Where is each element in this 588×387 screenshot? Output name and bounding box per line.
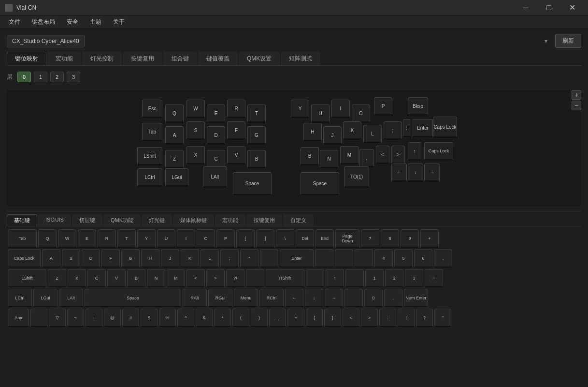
bottom-key-2-16[interactable] <box>355 249 373 268</box>
key-tab[interactable]: Tab <box>142 123 162 141</box>
keyboard-dropdown[interactable]: CX_Studio Cyber_Alice40 <box>7 35 85 47</box>
minimize-button[interactable]: ─ <box>515 0 537 15</box>
key-w-top[interactable]: W <box>186 100 205 118</box>
bottom-key-4-9[interactable]: ↓ <box>305 289 323 307</box>
refresh-button[interactable]: 刷新 <box>555 34 581 48</box>
bottom-key-5-8[interactable]: % <box>159 309 176 327</box>
key-s[interactable]: S <box>186 121 205 140</box>
menu-item-安全[interactable]: 安全 <box>62 16 83 28</box>
key-b-left[interactable]: B <box>247 150 266 168</box>
key-d[interactable]: D <box>207 126 225 145</box>
bottom-key-3-10[interactable]: ?/ <box>226 269 244 287</box>
bottom-key-2-5[interactable]: G <box>121 249 140 268</box>
zoom-in-button[interactable]: + <box>572 90 581 100</box>
bottom-key-5-7[interactable]: $ <box>141 309 158 327</box>
bottom-key-2-12[interactable] <box>260 249 278 268</box>
bottom-key-1-11[interactable]: [ <box>236 229 255 248</box>
bottom-key-4-14[interactable]: Num Enter <box>404 289 428 307</box>
bottom-key-5-12[interactable]: ( <box>232 309 249 327</box>
bottom-tab-8[interactable]: 自定义 <box>283 214 314 226</box>
bottom-key-3-3[interactable]: C <box>87 269 106 287</box>
bottom-key-4-13[interactable]: . <box>384 289 402 307</box>
bottom-key-4-8[interactable]: ← <box>285 289 303 307</box>
bottom-key-5-0[interactable]: Any <box>8 309 29 327</box>
key-h[interactable]: H <box>303 123 322 141</box>
zoom-out-button[interactable]: − <box>572 101 581 110</box>
bottom-key-1-13[interactable]: \ <box>276 229 294 248</box>
bottom-key-1-16[interactable]: Page Down <box>335 229 359 248</box>
menu-item-主题[interactable]: 主题 <box>85 16 106 28</box>
bottom-key-5-22[interactable]: ? <box>416 309 433 327</box>
key-a[interactable]: A <box>165 126 184 145</box>
bottom-key-4-11[interactable] <box>344 289 363 307</box>
key-q-top[interactable]: Q <box>165 104 184 123</box>
bottom-key-2-4[interactable]: F <box>101 249 120 268</box>
bottom-key-2-3[interactable]: D <box>82 249 100 268</box>
bottom-key-3-16[interactable]: 1 <box>365 269 384 287</box>
layer-btn-2[interactable]: 2 <box>50 72 64 82</box>
key-n[interactable]: N <box>320 150 338 168</box>
key-b-right[interactable]: B <box>301 147 319 165</box>
key-f[interactable]: F <box>227 121 245 140</box>
bottom-key-5-19[interactable]: > <box>361 309 378 327</box>
bottom-key-2-0[interactable]: Caps Lock <box>8 249 41 268</box>
bottom-key-3-6[interactable]: N <box>147 269 165 287</box>
bottom-key-1-5[interactable]: T <box>117 229 136 248</box>
key-m[interactable]: M <box>340 146 359 164</box>
bottom-key-5-11[interactable]: * <box>214 309 231 327</box>
bottom-key-2-7[interactable]: J <box>161 249 179 268</box>
bottom-key-3-14[interactable]: ↑ <box>326 269 344 287</box>
key-e[interactable]: E <box>207 104 225 123</box>
key-p[interactable]: P <box>374 97 392 116</box>
maximize-button[interactable]: □ <box>538 0 560 15</box>
main-tab-6[interactable]: QMK设置 <box>239 52 280 65</box>
bottom-key-2-15[interactable] <box>335 249 353 268</box>
main-tab-7[interactable]: 矩阵测式 <box>281 52 320 65</box>
key-right[interactable]: → <box>424 164 440 182</box>
bottom-key-5-5[interactable]: @ <box>104 309 121 327</box>
bottom-key-5-3[interactable]: ~ <box>67 309 84 327</box>
key-v[interactable]: V <box>227 146 245 164</box>
main-tab-1[interactable]: 宏功能 <box>47 52 81 65</box>
key-enter[interactable]: Enter <box>413 119 433 137</box>
key-semi[interactable]: ; <box>384 121 402 140</box>
main-tab-2[interactable]: 灯光控制 <box>82 52 122 65</box>
bottom-key-1-10[interactable]: P <box>216 229 235 248</box>
main-tab-4[interactable]: 组合键 <box>163 52 197 65</box>
key-caps-lock-r[interactable]: Caps Lock <box>424 142 453 161</box>
key-up[interactable]: ↑ <box>408 142 421 161</box>
bottom-key-4-10[interactable]: → <box>325 289 343 307</box>
menu-item-键盘布局[interactable]: 键盘布局 <box>27 16 60 28</box>
key-c[interactable]: C <box>207 150 225 168</box>
bottom-tab-0[interactable]: 基础键 <box>7 214 37 226</box>
key-down[interactable]: ↓ <box>408 164 423 182</box>
bottom-key-5-15[interactable]: + <box>287 309 304 327</box>
bottom-key-3-19[interactable]: = <box>425 269 443 287</box>
bottom-key-1-2[interactable]: W <box>58 229 76 248</box>
menu-item-关于[interactable]: 关于 <box>108 16 129 28</box>
bottom-key-2-1[interactable]: A <box>42 249 60 268</box>
bottom-key-3-18[interactable]: 3 <box>405 269 423 287</box>
layer-btn-1[interactable]: 1 <box>34 72 47 82</box>
bottom-key-3-1[interactable]: Z <box>48 269 66 287</box>
key-y[interactable]: Y <box>291 100 309 118</box>
bottom-key-1-17[interactable]: 7 <box>361 229 379 248</box>
bottom-key-4-1[interactable]: LGui <box>33 289 57 307</box>
bottom-key-2-19[interactable]: 6 <box>414 249 432 268</box>
bottom-key-3-2[interactable]: X <box>68 269 86 287</box>
bottom-key-2-11[interactable]: " <box>240 249 258 268</box>
bottom-key-1-9[interactable]: O <box>197 229 215 248</box>
bottom-key-3-0[interactable]: LShift <box>8 269 46 287</box>
bottom-key-2-2[interactable]: S <box>62 249 80 268</box>
bottom-key-5-1[interactable] <box>30 309 47 327</box>
key-space-right[interactable]: Space <box>301 172 339 195</box>
bottom-tab-3[interactable]: QMK功能 <box>103 214 141 226</box>
bottom-key-4-2[interactable]: LAlt <box>59 289 83 307</box>
bottom-key-5-9[interactable]: ^ <box>177 309 194 327</box>
bottom-key-4-4[interactable]: RAlt <box>183 289 207 307</box>
bottom-key-3-11[interactable] <box>246 269 264 287</box>
close-button[interactable]: ✕ <box>561 0 583 15</box>
main-tab-0[interactable]: 键位映射 <box>7 52 46 65</box>
main-tab-3[interactable]: 按键复用 <box>123 52 162 65</box>
key-gt[interactable]: > <box>391 146 405 164</box>
